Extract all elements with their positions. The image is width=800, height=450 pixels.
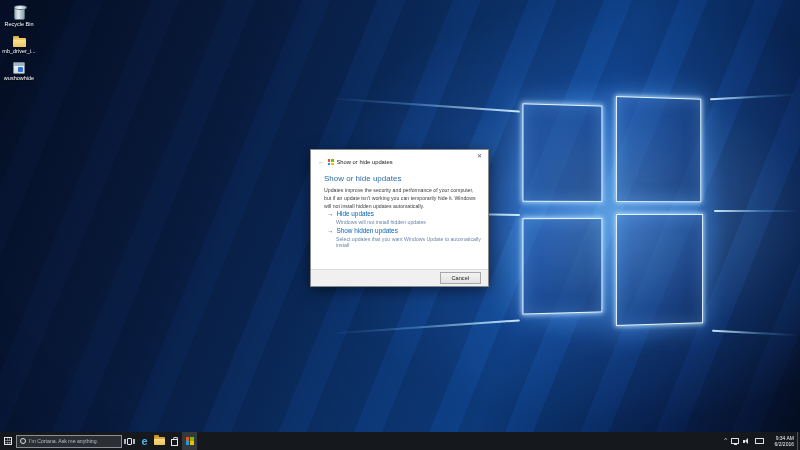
taskbar: e ^ 9:34 AM 6/2/2016: [0, 432, 800, 450]
show-or-hide-updates-dialog: ✕ ← Show or hide updates Show or hide up…: [310, 149, 489, 287]
search-input[interactable]: [29, 438, 118, 444]
windows-flag-icon: [328, 159, 334, 165]
hide-updates-label: Hide updates: [336, 210, 374, 217]
desktop-icon-recycle-bin[interactable]: Recycle Bin: [2, 3, 36, 27]
troubleshooter-app-icon: [13, 57, 25, 74]
dialog-header: ← Show or hide updates: [318, 159, 393, 166]
network-icon[interactable]: [731, 438, 739, 444]
file-explorer-taskbar-button[interactable]: [152, 432, 167, 450]
light-ray: [714, 210, 798, 212]
wallpaper-windows-logo: [516, 85, 708, 340]
dialog-description: Updates improve the security and perform…: [324, 187, 480, 210]
logo-glow: [454, 30, 765, 406]
store-bag-icon: [171, 439, 178, 446]
logo-pane-top-right: [616, 96, 701, 202]
desktop-icon-mb-driver-folder[interactable]: mb_driver_i...: [2, 30, 36, 54]
volume-icon[interactable]: [743, 438, 751, 445]
show-hidden-updates-description: Select updates that you want Windows Upd…: [336, 236, 488, 248]
desktop-icon-label: wushowhide: [4, 75, 34, 81]
show-hidden-updates-link[interactable]: → Show hidden updates Select updates tha…: [327, 227, 488, 248]
touch-keyboard-icon[interactable]: [755, 438, 764, 444]
light-ray: [330, 97, 520, 112]
cancel-button[interactable]: Cancel: [440, 272, 481, 284]
cortana-search-box[interactable]: [16, 435, 122, 448]
hide-updates-description: Windows will not install hidden updates: [336, 219, 426, 225]
windows-flag-color-icon: [186, 437, 194, 445]
start-button[interactable]: [0, 432, 15, 450]
back-arrow-icon[interactable]: ←: [318, 159, 325, 166]
hide-updates-link[interactable]: → Hide updates Windows will not install …: [327, 210, 426, 225]
cortana-icon: [20, 438, 26, 444]
desktop-icon-label: Recycle Bin: [4, 21, 33, 27]
logo-pane-bottom-left: [522, 218, 602, 315]
clock[interactable]: 9:34 AM 6/2/2016: [768, 435, 794, 448]
close-icon[interactable]: ✕: [474, 151, 485, 160]
edge-taskbar-button[interactable]: e: [137, 432, 152, 450]
dialog-heading: Show or hide updates: [324, 174, 401, 183]
file-explorer-icon: [154, 437, 165, 445]
recycle-bin-icon: [14, 3, 25, 20]
logo-pane-bottom-right: [616, 214, 703, 326]
desktop-icon-label: mb_driver_i...: [2, 48, 35, 54]
system-tray: ^ 9:34 AM 6/2/2016: [724, 435, 797, 448]
store-taskbar-button[interactable]: [167, 432, 182, 450]
task-view-icon: [124, 438, 135, 445]
desktop-icon-wushowhide[interactable]: wushowhide: [2, 57, 36, 81]
show-hidden-updates-label: Show hidden updates: [336, 227, 397, 234]
show-hidden-icons-chevron[interactable]: ^: [724, 437, 727, 443]
edge-icon: e: [141, 436, 147, 447]
desktop-icon-list: Recycle Bin mb_driver_i... wushowhide: [2, 3, 36, 81]
light-ray: [710, 94, 796, 100]
start-windows-icon: [4, 437, 12, 445]
logo-pane-top-left: [522, 103, 602, 202]
link-arrow-icon: →: [327, 210, 333, 217]
dialog-footer: Cancel: [311, 269, 488, 286]
clock-date: 6/2/2016: [775, 441, 794, 448]
task-view-button[interactable]: [122, 432, 137, 450]
wushowhide-running-app-button[interactable]: [182, 432, 197, 450]
light-ray: [330, 319, 520, 334]
dialog-title: Show or hide updates: [337, 159, 393, 165]
folder-icon: [13, 30, 26, 47]
light-ray: [712, 330, 798, 336]
windows-desktop: Recycle Bin mb_driver_i... wushowhide ✕ …: [0, 0, 800, 450]
link-arrow-icon: →: [327, 227, 333, 234]
